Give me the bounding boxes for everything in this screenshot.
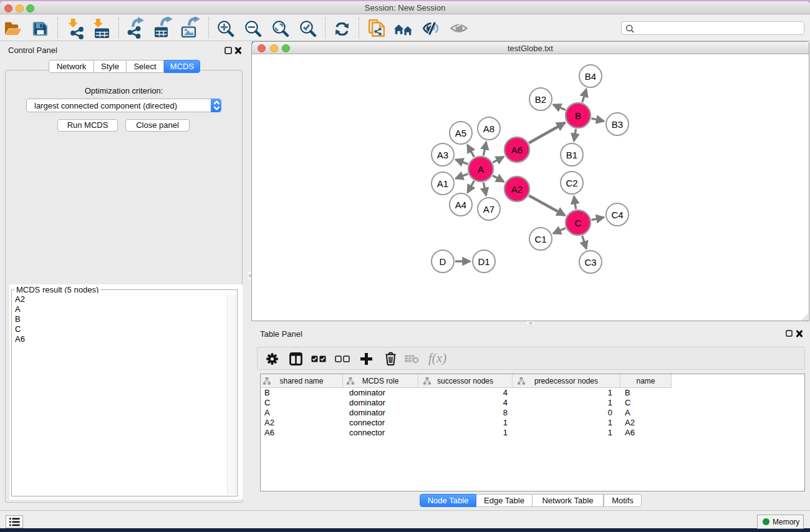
svg-text:D1: D1 <box>478 256 489 267</box>
svg-text:A: A <box>478 164 484 175</box>
svg-text:B3: B3 <box>612 119 623 130</box>
svg-text:C2: C2 <box>566 178 577 188</box>
svg-text:B2: B2 <box>535 94 546 105</box>
svg-text:A3: A3 <box>437 150 448 160</box>
svg-text:B1: B1 <box>566 150 577 160</box>
svg-text:C3: C3 <box>584 257 596 268</box>
svg-text:A1: A1 <box>437 178 448 189</box>
svg-text:A7: A7 <box>483 204 494 215</box>
svg-text:A5: A5 <box>455 128 466 138</box>
svg-text:C1: C1 <box>534 234 546 244</box>
svg-text:D: D <box>440 256 446 267</box>
svg-text:A8: A8 <box>483 123 494 134</box>
svg-text:A6: A6 <box>511 145 523 155</box>
svg-text:C: C <box>575 218 582 228</box>
svg-text:B: B <box>575 110 581 121</box>
svg-text:B4: B4 <box>585 71 596 82</box>
svg-text:A2: A2 <box>511 184 523 195</box>
svg-text:C4: C4 <box>611 210 623 220</box>
svg-text:A4: A4 <box>455 200 466 210</box>
